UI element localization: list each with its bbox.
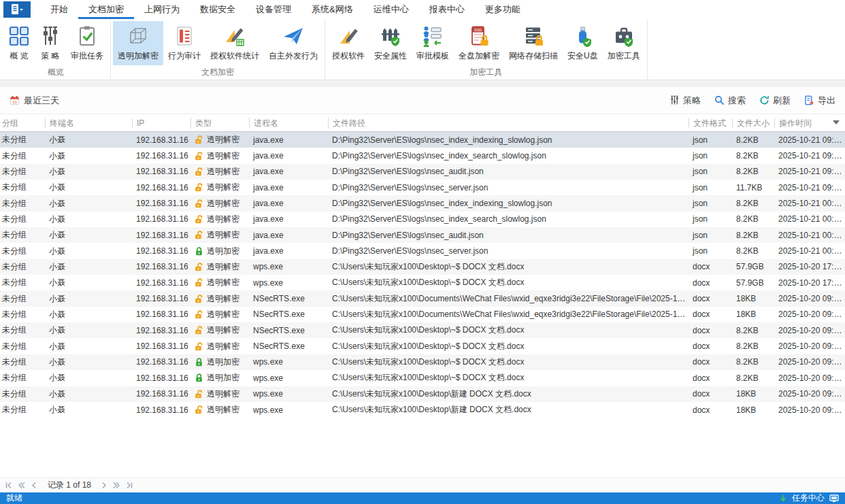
cell-time: 2025-10-20 17:30:21 <box>774 278 845 288</box>
ribbon-self-outgoing-button[interactable]: 自主外发行为 <box>264 21 322 65</box>
ribbon-secure-usb-button[interactable]: 安全U盘 <box>563 21 603 65</box>
previous-page-button[interactable] <box>31 482 39 490</box>
table-row[interactable]: 未分组 小聂 192.168.31.16 透明解密 wps.exe C:\Use… <box>0 386 845 402</box>
table-row[interactable]: 未分组 小聂 192.168.31.16 透明加密 java.exe D:\Pi… <box>0 243 845 258</box>
cell-size: 8.2KB <box>732 357 774 367</box>
cell-time: 2025-10-20 09:18:20 <box>774 373 845 383</box>
table-row[interactable]: 未分组 小聂 192.168.31.16 透明解密 wps.exe C:\Use… <box>0 402 845 418</box>
ribbon-transparent-encryption-button[interactable]: 透明加解密 <box>113 21 163 65</box>
cell-group: 未分组 <box>0 324 45 336</box>
cell-terminal: 小聂 <box>45 166 132 178</box>
ribbon-approval-tasks-button[interactable]: 审批任务 <box>66 21 108 65</box>
tab-device-management[interactable]: 设备管理 <box>246 0 301 19</box>
cell-group: 未分组 <box>0 150 45 162</box>
table-row[interactable]: 未分组 小聂 192.168.31.16 透明解密 NSecRTS.exe C:… <box>0 290 845 306</box>
table-row[interactable]: 未分组 小聂 192.168.31.16 透明解密 java.exe D:\Pi… <box>0 164 845 180</box>
cell-process: wps.exe <box>249 278 328 288</box>
cell-time: 2025-10-21 09:50:01 <box>774 135 845 145</box>
tab-home[interactable]: 开始 <box>40 0 78 19</box>
fast-next-page-button[interactable] <box>113 482 121 490</box>
table-row[interactable]: 未分组 小聂 192.168.31.16 透明解密 java.exe D:\Pi… <box>0 132 845 148</box>
ribbon-policy-button[interactable]: 策 略 <box>35 21 66 65</box>
column-header-size[interactable]: 文件大小 <box>732 118 774 129</box>
cell-group: 未分组 <box>0 372 45 384</box>
table-row[interactable]: 未分组 小聂 192.168.31.16 透明解密 NSecRTS.exe C:… <box>0 322 845 338</box>
app-menu-button[interactable] <box>3 1 31 18</box>
menu-bar: 开始 文档加密 上网行为 数据安全 设备管理 系统&网络 运维中心 报表中心 更… <box>0 0 845 19</box>
cell-size: 8.2KB <box>732 199 774 208</box>
unlock-icon <box>195 183 203 192</box>
table-row[interactable]: 未分组 小聂 192.168.31.16 透明解密 java.exe D:\Pi… <box>0 148 845 163</box>
cell-format: docx <box>689 309 732 319</box>
toolbar-actions: 策略 搜索 刷新 导出 <box>669 95 835 107</box>
column-header-group[interactable]: 分组 <box>0 118 45 129</box>
unlock-icon <box>195 199 203 208</box>
task-center-button[interactable]: 任务中心 <box>792 492 825 504</box>
tab-internet-behavior[interactable]: 上网行为 <box>134 0 190 19</box>
app-menu-icon <box>10 3 24 16</box>
cell-terminal: 小聂 <box>45 261 132 273</box>
cell-size: 8.2KB <box>732 214 774 224</box>
table-row[interactable]: 未分组 小聂 192.168.31.16 透明加密 wps.exe C:\Use… <box>0 354 845 370</box>
table-row[interactable]: 未分组 小聂 192.168.31.16 透明解密 NSecRTS.exe C:… <box>0 307 845 322</box>
column-header-path[interactable]: 文件路径 <box>328 118 689 129</box>
column-chooser-dropdown-icon[interactable] <box>833 120 840 124</box>
search-button[interactable]: 搜索 <box>714 95 746 107</box>
cell-format: json <box>689 151 732 161</box>
cell-size: 11.7KB <box>732 183 774 192</box>
table-row[interactable]: 未分组 小聂 192.168.31.16 透明解密 java.exe D:\Pi… <box>0 212 845 227</box>
fast-previous-page-button[interactable] <box>18 482 26 490</box>
table-row[interactable]: 未分组 小聂 192.168.31.16 透明解密 java.exe D:\Pi… <box>0 180 845 195</box>
ribbon-overview-button[interactable]: 概 览 <box>3 21 35 65</box>
table-row[interactable]: 未分组 小聂 192.168.31.16 透明解密 wps.exe C:\Use… <box>0 275 845 290</box>
column-header-format[interactable]: 文件格式 <box>689 118 732 129</box>
tab-data-security[interactable]: 数据安全 <box>190 0 246 19</box>
lock-icon <box>195 247 203 256</box>
column-header-terminal[interactable]: 终端名 <box>45 118 132 129</box>
policy-action-button[interactable]: 策略 <box>669 95 701 107</box>
date-range-filter[interactable]: 23 最近三天 <box>10 95 59 107</box>
cell-ip: 192.168.31.16 <box>132 373 190 383</box>
ribbon-security-attributes-button[interactable]: 安全属性 <box>369 21 412 65</box>
last-page-button[interactable] <box>126 482 134 490</box>
column-header-process[interactable]: 进程名 <box>249 118 328 129</box>
next-page-button[interactable] <box>100 482 108 490</box>
table-row[interactable]: 未分组 小聂 192.168.31.16 透明解密 java.exe D:\Pi… <box>0 227 845 243</box>
tab-ops-center[interactable]: 运维中心 <box>363 0 419 19</box>
cell-terminal: 小聂 <box>45 293 132 305</box>
cell-format: json <box>689 199 732 208</box>
ribbon-authorized-software-stats-button[interactable]: 授权软件统计 <box>205 21 264 65</box>
cell-size: 8.2KB <box>732 373 774 383</box>
tab-report-center[interactable]: 报表中心 <box>419 0 475 19</box>
cell-ip: 192.168.31.16 <box>132 231 190 240</box>
cell-time: 2025-10-21 00:10:13 <box>774 246 845 256</box>
refresh-button[interactable]: 刷新 <box>759 95 791 107</box>
table-row[interactable]: 未分组 小聂 192.168.31.16 透明加密 wps.exe C:\Use… <box>0 370 845 386</box>
cell-type: 透明解密 <box>190 277 249 288</box>
tab-more-features[interactable]: 更多功能 <box>475 0 531 19</box>
tab-document-encryption[interactable]: 文档加密 <box>78 0 134 19</box>
cell-group: 未分组 <box>0 198 45 209</box>
ribbon-encryption-tools-button[interactable]: 加密工具 <box>603 21 645 65</box>
encryption-type-label: 透明解密 <box>207 182 239 193</box>
monitor-icon[interactable] <box>829 494 839 503</box>
column-header-ip[interactable]: IP <box>132 118 190 129</box>
export-button[interactable]: 导出 <box>804 95 835 107</box>
table-row[interactable]: 未分组 小聂 192.168.31.16 透明解密 NSecRTS.exe C:… <box>0 338 845 354</box>
ribbon-full-disk-encryption-button[interactable]: SSD 全盘加解密 <box>454 21 504 65</box>
ribbon-approval-template-button[interactable]: 审批模板 <box>412 21 454 65</box>
unlock-icon <box>195 390 203 399</box>
ribbon-behavior-audit-button[interactable]: 行为审计 <box>163 21 205 65</box>
table-row[interactable]: 未分组 小聂 192.168.31.16 透明解密 wps.exe C:\Use… <box>0 259 845 275</box>
first-page-button[interactable] <box>5 482 13 490</box>
ribbon-network-storage-scan-button[interactable]: 网络存储扫描 <box>504 21 563 65</box>
lock-icon <box>195 358 203 367</box>
cell-terminal: 小聂 <box>45 229 132 241</box>
status-bar: 就绪 任务中心 <box>0 492 845 504</box>
table-row[interactable]: 未分组 小聂 192.168.31.16 透明解密 java.exe D:\Pi… <box>0 195 845 211</box>
cell-size: 8.2KB <box>732 341 774 351</box>
ribbon-authorized-software-button[interactable]: 授权软件 <box>327 21 369 65</box>
column-header-type[interactable]: 类型 <box>190 118 249 129</box>
tab-system-network[interactable]: 系统&网络 <box>301 0 363 19</box>
cell-group: 未分组 <box>0 293 45 305</box>
